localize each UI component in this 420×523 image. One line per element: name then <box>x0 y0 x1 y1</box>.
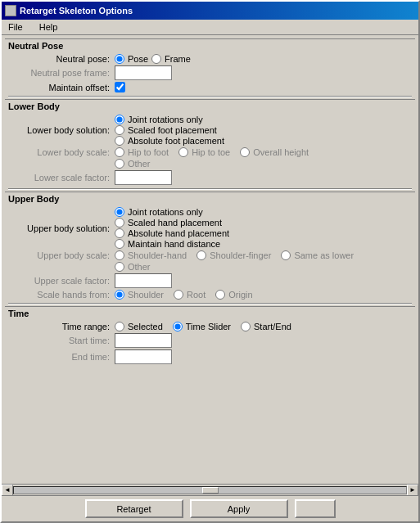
same-as-lower-radio[interactable] <box>281 250 291 260</box>
scroll-left-button[interactable]: ◄ <box>2 485 13 496</box>
maintain-hand-distance-label[interactable]: Maintain hand distance <box>115 239 229 249</box>
upper-body-other-row: Other <box>5 262 415 272</box>
overall-height-text: Overall height <box>253 147 309 157</box>
shoulder-finger-radio[interactable] <box>196 250 206 260</box>
lower-other-label[interactable]: Other <box>115 159 151 169</box>
scrollbar-track[interactable] <box>13 486 407 494</box>
shoulder-finger-text: Shoulder-finger <box>210 250 271 260</box>
scaled-foot-placement-label[interactable]: Scaled foot placement <box>115 125 224 135</box>
lower-body-solution-label: Lower body solution: <box>8 125 115 135</box>
scrollbar-thumb[interactable] <box>202 487 219 494</box>
shoulder-scale-label[interactable]: Shoulder <box>115 290 164 300</box>
end-time-label: End time: <box>8 352 115 362</box>
lower-body-section: Lower Body Lower body solution: Joint ro… <box>5 99 415 185</box>
upper-other-label[interactable]: Other <box>115 262 151 272</box>
upper-body-header: Upper Body <box>5 192 415 205</box>
origin-scale-radio[interactable] <box>215 290 225 300</box>
overall-height-radio[interactable] <box>240 147 250 157</box>
joint-rotations-only-lower-label[interactable]: Joint rotations only <box>115 115 224 124</box>
time-slider-radio[interactable] <box>173 322 183 331</box>
lower-other-radio[interactable] <box>115 159 124 169</box>
upper-body-solution-options: Joint rotations only Scaled hand placeme… <box>115 207 229 249</box>
absolute-hand-placement-radio[interactable] <box>115 228 124 238</box>
scroll-right-button[interactable]: ► <box>407 485 418 496</box>
upper-body-scale-options: Shoulder-hand Shoulder-finger Same as lo… <box>115 250 354 260</box>
pose-radio[interactable] <box>115 54 124 64</box>
pose-radio-label[interactable]: Pose <box>115 54 148 64</box>
absolute-hand-placement-label[interactable]: Absolute hand placement <box>115 228 229 238</box>
joint-rotations-only-upper-label[interactable]: Joint rotations only <box>115 207 229 217</box>
apply-button[interactable]: Apply <box>190 499 288 518</box>
root-scale-label[interactable]: Root <box>174 290 205 300</box>
hip-to-toe-text: Hip to toe <box>192 147 230 157</box>
upper-other-text: Other <box>128 262 151 272</box>
root-scale-text: Root <box>187 290 205 300</box>
scaled-foot-placement-radio[interactable] <box>115 125 124 135</box>
time-header: Time <box>5 306 415 320</box>
same-as-lower-text: Same as lower <box>294 250 354 260</box>
start-end-radio[interactable] <box>241 322 251 331</box>
selected-time-radio[interactable] <box>115 322 124 331</box>
shoulder-hand-label[interactable]: Shoulder-hand <box>115 250 187 260</box>
lower-body-scale-row: Lower body scale: Hip to foot Hip to toe… <box>5 147 415 157</box>
same-as-lower-label[interactable]: Same as lower <box>281 250 354 260</box>
maintain-offset-row: Maintain offset: <box>5 82 415 92</box>
hip-to-foot-label[interactable]: Hip to foot <box>115 147 169 157</box>
origin-scale-label[interactable]: Origin <box>215 290 252 300</box>
scaled-hand-placement-radio[interactable] <box>115 218 124 228</box>
lower-scale-factor-row: Lower scale factor: 1.0000 <box>5 170 415 185</box>
hip-to-foot-text: Hip to foot <box>128 147 169 157</box>
scale-hands-from-label: Scale hands from: <box>8 290 115 300</box>
upper-other-radio[interactable] <box>115 262 124 272</box>
upper-body-scale-label: Upper body scale: <box>8 250 115 260</box>
shoulder-scale-radio[interactable] <box>115 290 124 300</box>
neutral-pose-section: Neutral Pose Neutral pose: Pose Frame Ne… <box>5 38 415 92</box>
start-end-label[interactable]: Start/End <box>241 322 291 331</box>
end-time-input[interactable]: 10.0000 <box>115 349 172 364</box>
upper-body-solution-label: Upper body solution: <box>8 223 115 233</box>
scrollbar-bar: ◄ ► <box>2 484 418 495</box>
neutral-pose-frame-input[interactable]: 10 <box>115 65 172 80</box>
root-scale-radio[interactable] <box>174 290 183 300</box>
joint-rotations-only-lower-radio[interactable] <box>115 115 124 124</box>
pose-label: Pose <box>128 54 148 64</box>
lower-body-other-row: Other <box>5 159 415 169</box>
frame-radio-label[interactable]: Frame <box>151 54 191 64</box>
scale-hands-from-options: Shoulder Root Origin <box>115 290 253 300</box>
hip-to-foot-radio[interactable] <box>115 147 124 157</box>
hip-to-toe-radio[interactable] <box>178 147 188 157</box>
start-time-input[interactable]: 0.0000 <box>115 333 172 348</box>
lower-scale-factor-input[interactable]: 1.0000 <box>115 170 172 185</box>
menu-file[interactable]: File <box>5 21 26 33</box>
hip-to-toe-label[interactable]: Hip to toe <box>178 147 230 157</box>
upper-body-solution-row: Upper body solution: Joint rotations onl… <box>5 207 415 249</box>
lower-body-solution-options: Joint rotations only Scaled foot placeme… <box>115 115 224 146</box>
shoulder-hand-text: Shoulder-hand <box>128 250 187 260</box>
absolute-foot-placement-radio[interactable] <box>115 136 124 146</box>
absolute-foot-placement-label[interactable]: Absolute foot placement <box>115 136 224 146</box>
menu-help[interactable]: Help <box>36 21 61 33</box>
selected-time-label[interactable]: Selected <box>115 322 163 331</box>
time-slider-label[interactable]: Time Slider <box>173 322 231 331</box>
maintain-offset-checkbox[interactable] <box>115 82 125 92</box>
close-button[interactable] <box>295 499 336 518</box>
horizontal-scrollbar[interactable]: ◄ ► <box>2 485 418 496</box>
shoulder-hand-radio[interactable] <box>115 250 124 260</box>
overall-height-label[interactable]: Overall height <box>240 147 309 157</box>
content-area: Neutral Pose Neutral pose: Pose Frame Ne… <box>2 35 418 484</box>
time-range-label: Time range: <box>8 322 115 331</box>
shoulder-finger-label[interactable]: Shoulder-finger <box>196 250 271 260</box>
joint-rotations-only-upper-radio[interactable] <box>115 207 124 217</box>
start-end-text: Start/End <box>254 322 291 331</box>
scaled-hand-placement-label[interactable]: Scaled hand placement <box>115 218 229 228</box>
upper-scale-factor-label: Upper scale factor: <box>8 276 115 286</box>
retarget-button[interactable]: Retarget <box>85 499 183 518</box>
upper-scale-factor-input[interactable]: 1.0000 <box>115 273 172 288</box>
frame-radio[interactable] <box>151 54 161 64</box>
scaled-foot-placement-text: Scaled foot placement <box>128 125 217 135</box>
maintain-hand-distance-radio[interactable] <box>115 239 124 249</box>
neutral-pose-controls: Pose Frame <box>115 54 191 64</box>
time-range-options: Selected Time Slider Start/End <box>115 322 291 331</box>
origin-scale-text: Origin <box>228 290 252 300</box>
joint-rotations-only-upper-text: Joint rotations only <box>128 207 203 217</box>
